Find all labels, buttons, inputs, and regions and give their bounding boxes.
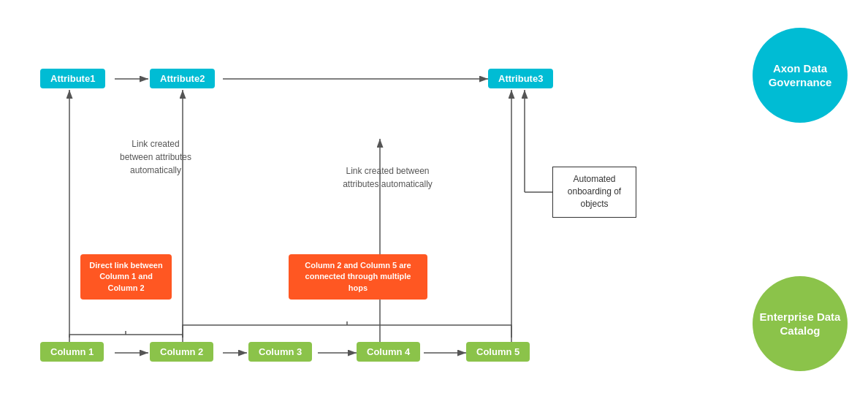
attribute3-node: Attribute3	[488, 69, 553, 88]
attribute1-node: Attribute1	[40, 69, 105, 88]
column1-node: Column 1	[40, 342, 104, 362]
column4-node: Column 4	[357, 342, 420, 362]
multi-hop-label: Column 2 and Column 5 are connected thro…	[289, 254, 427, 300]
link-auto-label-2: Link created between attributes automati…	[335, 164, 441, 191]
direct-link-label: Direct link between Column 1 and Column …	[80, 254, 172, 300]
attribute2-node: Attribute2	[150, 69, 215, 88]
annotation-box: Automated onboarding of objects	[552, 167, 636, 218]
axon-circle: Axon Data Governance	[753, 28, 848, 123]
column3-node: Column 3	[248, 342, 312, 362]
link-auto-label-1: Link created between attributes automati…	[115, 137, 196, 177]
enterprise-circle: Enterprise Data Catalog	[753, 276, 848, 371]
column5-node: Column 5	[466, 342, 530, 362]
column2-node: Column 2	[150, 342, 213, 362]
